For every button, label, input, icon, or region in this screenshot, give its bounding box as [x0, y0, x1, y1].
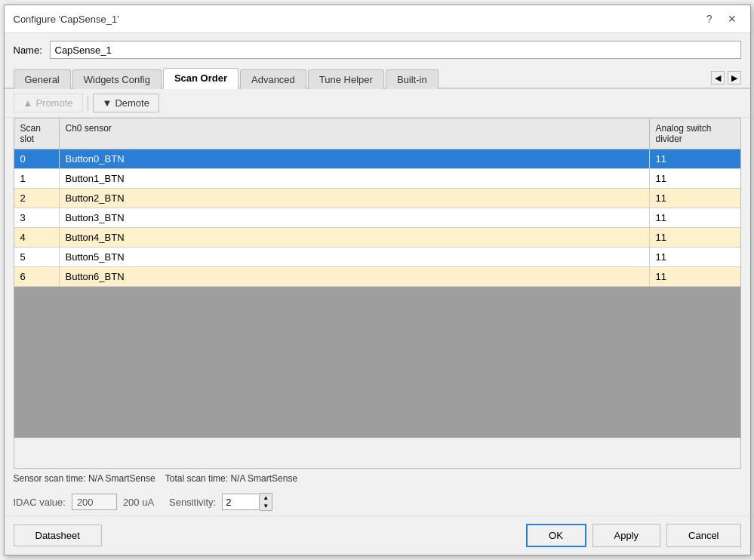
toolbar-separator	[88, 96, 88, 111]
total-scan-value: N/A SmartSense	[230, 473, 297, 484]
cell-slot: 0	[14, 149, 60, 168]
demote-label: Demote	[115, 97, 149, 109]
sensitivity-label: Sensitivity:	[169, 497, 216, 508]
configure-dialog: Configure 'CapSense_1' ? ✕ Name: General…	[4, 5, 751, 555]
name-row: Name:	[5, 33, 750, 66]
col-analog-switch-divider: Analog switch divider	[650, 118, 740, 149]
cell-divider: 11	[650, 267, 740, 286]
idac-input[interactable]	[72, 494, 117, 510]
tab-advanced[interactable]: Advanced	[240, 69, 306, 89]
cell-slot: 2	[14, 189, 60, 208]
table-area: Scan slot Ch0 sensor Analog switch divid…	[14, 118, 741, 469]
tabs-bar: General Widgets Config Scan Order Advanc…	[5, 66, 750, 89]
toolbar: ▲ Promote ▼ Demote	[5, 89, 750, 118]
total-scan-label: Total scan time:	[158, 473, 231, 484]
footer-buttons: OK Apply Cancel	[526, 524, 741, 547]
cell-sensor: Button4_BTN	[60, 228, 650, 247]
cancel-button[interactable]: Cancel	[666, 524, 740, 547]
footer: Datasheet OK Apply Cancel	[5, 515, 750, 555]
close-button[interactable]: ✕	[723, 11, 741, 26]
datasheet-button[interactable]: Datasheet	[14, 525, 102, 546]
cell-divider: 11	[650, 228, 740, 247]
sensitivity-spinner: ▲ ▼	[222, 493, 272, 511]
idac-label: IDAC value:	[14, 497, 66, 508]
empty-area	[14, 287, 740, 438]
promote-icon: ▲	[23, 97, 33, 109]
tabs-next-button[interactable]: ▶	[728, 71, 741, 85]
sensor-scan-label: Sensor scan time:	[14, 473, 88, 484]
cell-sensor: Button1_BTN	[60, 169, 650, 188]
spinner-up-button[interactable]: ▲	[260, 494, 272, 502]
tab-general[interactable]: General	[14, 69, 71, 89]
cell-sensor: Button0_BTN	[60, 149, 650, 168]
tab-scan-order[interactable]: Scan Order	[163, 68, 239, 89]
tabs-prev-button[interactable]: ◀	[711, 71, 725, 85]
cell-divider: 11	[650, 149, 740, 168]
col-scan-slot: Scan slot	[14, 118, 60, 149]
cell-sensor: Button6_BTN	[60, 267, 650, 286]
cell-slot: 3	[14, 208, 60, 227]
cell-divider: 11	[650, 208, 740, 227]
sensor-scan-value: N/A SmartSense	[88, 473, 155, 484]
cell-sensor: Button3_BTN	[60, 208, 650, 227]
tab-built-in[interactable]: Built-in	[386, 69, 439, 89]
cell-slot: 1	[14, 169, 60, 188]
cell-divider: 11	[650, 189, 740, 208]
cell-divider: 11	[650, 169, 740, 188]
promote-button[interactable]: ▲ Promote	[14, 94, 83, 112]
footer-left: Datasheet	[14, 525, 520, 546]
demote-button[interactable]: ▼ Demote	[93, 94, 159, 112]
sensitivity-input[interactable]	[222, 494, 260, 510]
ok-button[interactable]: OK	[526, 524, 586, 547]
cell-slot: 6	[14, 267, 60, 286]
table-row[interactable]: 2 Button2_BTN 11	[14, 189, 740, 208]
title-bar: Configure 'CapSense_1' ? ✕	[5, 5, 750, 33]
table-wrapper: Scan slot Ch0 sensor Analog switch divid…	[14, 118, 741, 469]
col-ch0-sensor: Ch0 sensor	[60, 118, 650, 149]
name-label: Name:	[14, 45, 44, 56]
table-body: 0 Button0_BTN 11 1 Button1_BTN 11 2 Butt…	[14, 149, 740, 468]
dialog-title: Configure 'CapSense_1'	[14, 14, 119, 25]
cell-divider: 11	[650, 248, 740, 266]
name-input[interactable]	[50, 41, 741, 59]
tab-tune-helper[interactable]: Tune Helper	[308, 69, 384, 89]
tabs-left: General Widgets Config Scan Order Advanc…	[14, 66, 439, 88]
spinner-buttons: ▲ ▼	[260, 493, 272, 511]
tabs-nav: ◀ ▶	[711, 71, 741, 88]
table-header: Scan slot Ch0 sensor Analog switch divid…	[14, 118, 740, 149]
status-bar: Sensor scan time: N/A SmartSense Total s…	[5, 469, 750, 488]
bottom-inputs: IDAC value: 200 uA Sensitivity: ▲ ▼	[5, 488, 750, 515]
cell-slot: 4	[14, 228, 60, 247]
table-row[interactable]: 3 Button3_BTN 11	[14, 208, 740, 228]
idac-unit: 200 uA	[123, 497, 154, 508]
apply-button[interactable]: Apply	[592, 524, 661, 547]
table-row[interactable]: 6 Button6_BTN 11	[14, 267, 740, 287]
table-row[interactable]: 0 Button0_BTN 11	[14, 149, 740, 169]
table-row[interactable]: 4 Button4_BTN 11	[14, 228, 740, 248]
cell-slot: 5	[14, 248, 60, 266]
cell-sensor: Button2_BTN	[60, 189, 650, 208]
table-row[interactable]: 5 Button5_BTN 11	[14, 248, 740, 267]
help-button[interactable]: ?	[702, 11, 717, 26]
title-bar-controls: ? ✕	[702, 11, 741, 26]
table-row[interactable]: 1 Button1_BTN 11	[14, 169, 740, 189]
demote-icon: ▼	[103, 97, 112, 109]
cell-sensor: Button5_BTN	[60, 248, 650, 266]
tab-widgets-config[interactable]: Widgets Config	[72, 69, 162, 89]
spinner-down-button[interactable]: ▼	[260, 502, 272, 510]
promote-label: Promote	[35, 97, 72, 109]
